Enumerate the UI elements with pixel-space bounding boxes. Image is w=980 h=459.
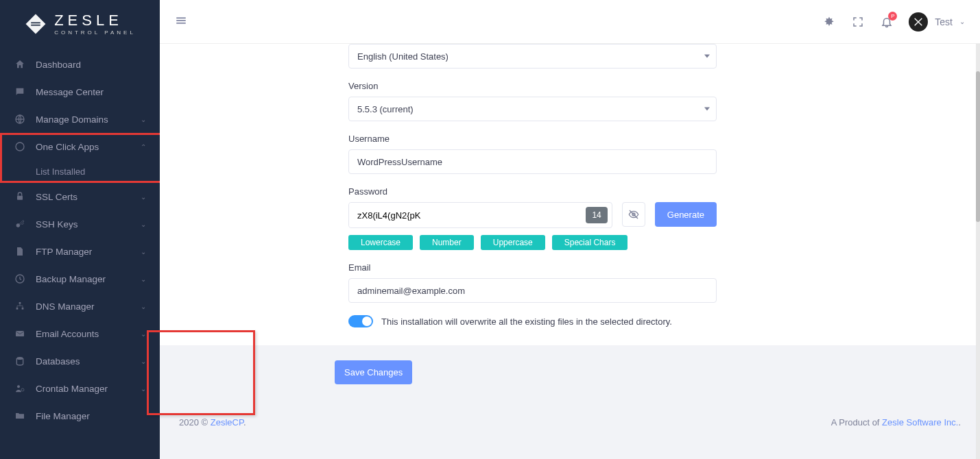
user-menu[interactable]: Test ⌄: [909, 12, 965, 32]
svg-rect-10: [16, 331, 24, 336]
user-name: Test: [935, 16, 953, 27]
globe-icon: [14, 113, 26, 125]
folder-icon: [14, 410, 26, 422]
save-changes-button[interactable]: Save Changes: [335, 360, 412, 384]
username-input[interactable]: [348, 149, 717, 174]
svg-rect-2: [31, 25, 40, 26]
toggle-password-visibility-button[interactable]: [622, 202, 645, 227]
svg-rect-5: [17, 196, 23, 200]
svg-rect-8: [16, 308, 19, 310]
sidebar-item-label: File Manager: [36, 411, 90, 421]
sidebar-item-label: Dashboard: [36, 60, 81, 70]
password-input[interactable]: [349, 203, 582, 227]
sidebar-item-manage-domains[interactable]: Manage Domains ⌄: [0, 106, 160, 133]
svg-rect-16: [176, 23, 186, 24]
sidebar-item-label: One Click Apps: [36, 142, 99, 152]
sidebar-item-backup-manager[interactable]: Backup Manager ⌄: [0, 265, 160, 293]
sidebar-item-one-click-apps[interactable]: One Click Apps ⌃: [0, 133, 160, 160]
footer-copyright-link[interactable]: ZesleCP: [211, 417, 243, 427]
sidebar-subitem-list-installed[interactable]: List Installed: [0, 160, 160, 183]
overwrite-toggle[interactable]: [348, 315, 373, 327]
svg-point-11: [16, 357, 23, 360]
svg-rect-1: [31, 22, 40, 23]
sidebar-item-dns-manager[interactable]: DNS Manager ⌄: [0, 293, 160, 320]
lock-icon: [14, 190, 26, 203]
chevron-down-icon: ⌄: [141, 275, 146, 283]
svg-point-13: [21, 388, 24, 391]
username-label: Username: [348, 134, 717, 144]
scrollbar[interactable]: [976, 44, 980, 459]
history-icon: [14, 273, 26, 285]
sidebar-item-label: SSH Keys: [36, 219, 78, 230]
sidebar-item-ssh-keys[interactable]: SSH Keys ⌄: [0, 210, 160, 238]
password-label: Password: [348, 186, 717, 197]
password-badge-special: Special Chars: [552, 235, 628, 250]
sidebar-item-label: DNS Manager: [36, 301, 95, 312]
brand-logo-icon: [24, 12, 47, 36]
topbar: P Test ⌄: [160, 0, 980, 44]
database-icon: [14, 355, 26, 367]
chevron-down-icon: ⌄: [959, 18, 965, 25]
generate-password-button[interactable]: Generate: [655, 202, 717, 227]
chevron-down-icon: ⌄: [141, 116, 146, 123]
sidebar-item-crontab-manager[interactable]: Crontab Manager ⌄: [0, 375, 160, 402]
fullscreen-icon[interactable]: [851, 15, 865, 29]
sidebar-item-label: FTP Manager: [36, 247, 92, 257]
chevron-down-icon: ⌄: [141, 193, 146, 201]
sidebar-item-label: Email Accounts: [36, 329, 99, 339]
sidebar-item-label: Backup Manager: [36, 274, 106, 284]
brand: ZESLE CONTROL PANEL: [0, 0, 160, 47]
sidebar-nav: Dashboard Message Center Manage Domains …: [0, 47, 160, 430]
footer-product-prefix: A Product of: [831, 417, 882, 427]
sidebar: ZESLE CONTROL PANEL Dashboard Message Ce…: [0, 0, 160, 459]
sidebar-item-label: Message Center: [36, 87, 104, 97]
footer: 2020 © ZesleCP. A Product of Zesle Softw…: [160, 406, 980, 438]
email-input[interactable]: [348, 278, 717, 303]
sitemap-icon: [14, 300, 26, 312]
leaf-icon[interactable]: [822, 15, 836, 29]
users-cog-icon: [14, 382, 26, 395]
chevron-down-icon: ⌄: [141, 330, 146, 338]
svg-rect-14: [176, 18, 186, 19]
chat-icon: [14, 86, 26, 98]
wordpress-icon: [14, 140, 26, 153]
version-select[interactable]: 5.5.3 (current): [348, 97, 717, 121]
language-select[interactable]: English (United States): [348, 44, 717, 69]
scrollbar-thumb[interactable]: [976, 71, 980, 222]
chevron-down-icon: ⌄: [141, 358, 146, 365]
eye-off-icon: [628, 209, 639, 220]
sidebar-item-message-center[interactable]: Message Center: [0, 78, 160, 106]
password-badge-number: Number: [420, 235, 474, 250]
notifications-icon[interactable]: P: [880, 15, 894, 29]
email-label: Email: [348, 262, 717, 273]
sidebar-item-file-manager[interactable]: File Manager: [0, 402, 160, 430]
sidebar-item-dashboard[interactable]: Dashboard: [0, 51, 160, 78]
brand-title: ZESLE: [54, 13, 136, 28]
svg-rect-0: [26, 14, 46, 34]
svg-point-6: [16, 223, 20, 227]
notification-badge: P: [888, 12, 897, 21]
home-icon: [14, 58, 26, 71]
sidebar-item-label: SSL Certs: [36, 192, 77, 202]
sidebar-item-label: Manage Domains: [36, 114, 108, 125]
footer-product-link[interactable]: Zesle Software Inc.: [882, 417, 958, 427]
svg-point-4: [16, 142, 24, 151]
sidebar-item-ssl-certs[interactable]: SSL Certs ⌄: [0, 183, 160, 210]
password-length-badge: 14: [586, 207, 607, 223]
sidebar-item-ftp-manager[interactable]: FTP Manager ⌄: [0, 238, 160, 265]
svg-point-12: [17, 385, 20, 388]
chevron-down-icon: ⌄: [141, 303, 146, 310]
sidebar-item-databases[interactable]: Databases ⌄: [0, 347, 160, 375]
version-label: Version: [348, 81, 717, 91]
sidebar-item-label: Databases: [36, 356, 80, 367]
footer-copyright-prefix: 2020 ©: [179, 417, 211, 427]
key-icon: [14, 218, 26, 230]
chevron-down-icon: ⌄: [141, 248, 146, 256]
sidebar-toggle-button[interactable]: [175, 14, 187, 29]
sidebar-item-email-accounts[interactable]: Email Accounts ⌄: [0, 320, 160, 347]
svg-rect-9: [22, 308, 24, 310]
chevron-down-icon: ⌄: [141, 385, 146, 393]
chevron-down-icon: ⌄: [141, 221, 146, 228]
chevron-up-icon: ⌃: [141, 143, 146, 151]
overwrite-note: This installation will overwrite all the…: [381, 317, 672, 327]
